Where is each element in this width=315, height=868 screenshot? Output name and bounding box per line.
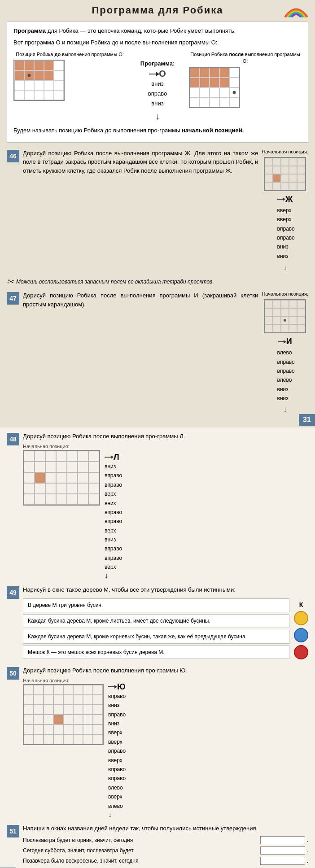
gc xyxy=(297,182,305,190)
gc xyxy=(289,324,297,332)
ex48-grid-row: Начальная позиция: xyxy=(23,444,308,580)
bgc xyxy=(73,705,83,715)
grid-cell xyxy=(14,61,24,70)
gc xyxy=(281,324,289,332)
exercise-50-text: Дорисуй позицию Робика после выполнения … xyxy=(23,666,308,675)
exercise-47-number: 47 xyxy=(7,292,19,305)
grid-cell xyxy=(54,70,64,80)
bgc xyxy=(93,734,103,744)
bgc xyxy=(93,705,103,715)
bgc xyxy=(78,462,88,472)
page-1: Программа для Робика Программа для Робик… xyxy=(0,0,315,426)
statement-4: Мешок К — это мешок всех корневых бусин … xyxy=(23,646,289,659)
grid-cell xyxy=(14,90,24,100)
bgc xyxy=(45,494,56,505)
bgc xyxy=(24,494,35,505)
exercise-47-text: Дорисуй позицию Робика после вы-полнения… xyxy=(23,291,258,309)
bgc xyxy=(63,715,73,724)
grid-cell xyxy=(54,61,64,70)
ex49-layout: В дереве М три уровня бусин. Каждая буси… xyxy=(23,597,308,661)
gc xyxy=(265,300,273,308)
fill-input-3[interactable] xyxy=(260,857,305,865)
after-label: Позиция Робика после выполнения программ… xyxy=(189,51,302,65)
gc xyxy=(281,182,289,190)
beads-col: К xyxy=(294,597,308,661)
gc xyxy=(265,324,273,332)
positions-row: Позиция Робика до выполнения программы О… xyxy=(13,51,302,122)
exercise-46-number: 46 xyxy=(7,150,19,162)
page-title: Программа для Робика xyxy=(7,4,308,16)
bgc xyxy=(93,695,103,705)
hint-text: Можешь воспользоваться запасным полем со… xyxy=(16,279,214,285)
bgc xyxy=(56,462,67,472)
bgc xyxy=(73,695,83,705)
bgc xyxy=(56,494,67,505)
bgc xyxy=(56,483,67,494)
prog-name-48: Л xyxy=(114,453,119,462)
exercise-50-number: 50 xyxy=(7,667,19,680)
exercise-46-section: 46 Дорисуй позицию Робика после вы-полне… xyxy=(7,149,308,271)
bgc xyxy=(34,685,44,695)
bgc xyxy=(73,724,83,734)
grid-cell xyxy=(219,78,229,87)
gc xyxy=(289,300,297,308)
bgc xyxy=(24,715,34,724)
bgc xyxy=(67,483,78,494)
grid-cell xyxy=(190,87,200,97)
grid-cell xyxy=(190,97,200,107)
prog-name-46: Ж xyxy=(285,195,293,204)
exercise-48-text: Дорисуй позицию Робика после выполнения … xyxy=(23,432,308,441)
gc-robot xyxy=(281,316,289,324)
prog-47-header: И xyxy=(278,337,292,346)
gc xyxy=(273,308,281,316)
gc xyxy=(281,300,289,308)
grid-cell xyxy=(54,90,64,100)
prog-name-50: Ю xyxy=(117,682,126,692)
k-label: К xyxy=(299,601,303,608)
exercise-46-row: 46 Дорисуй позицию Робика после вы-полне… xyxy=(7,149,308,271)
gc xyxy=(297,158,305,166)
grid-cell xyxy=(210,68,219,78)
gc xyxy=(297,308,305,316)
fill-row-1: Послезавтра будет вторник, значит, сегод… xyxy=(23,836,308,844)
start-block-48: Начальная позиция: xyxy=(23,444,100,506)
bead-red xyxy=(294,645,308,659)
exercise-49-content: Нарисуй в окне такое дерево М, чтобы все… xyxy=(23,585,308,661)
bgc xyxy=(63,685,73,695)
arrow-down-47: ↓ xyxy=(283,406,287,414)
statement-1: В дереве М три уровня бусин. xyxy=(23,598,289,612)
grid-cell xyxy=(34,90,44,100)
fill-dot-1: . xyxy=(307,837,308,843)
grid-cell xyxy=(24,61,34,70)
bgc xyxy=(34,715,44,724)
exercise-47-section: 47 Дорисуй позицию Робика после вы-полне… xyxy=(7,291,308,414)
gc xyxy=(273,324,281,332)
bgc xyxy=(93,724,103,734)
grid-cell xyxy=(219,97,229,107)
bgc xyxy=(24,451,35,462)
bgc xyxy=(73,715,83,724)
bgc xyxy=(45,462,56,472)
bgc xyxy=(93,685,103,695)
grid-cell-robot-after xyxy=(229,87,239,97)
bgc xyxy=(53,695,63,705)
statements-col: В дереве М три уровня бусин. Каждая буси… xyxy=(23,597,289,661)
start-label-50: Начальная позиция: xyxy=(23,678,70,683)
bgc xyxy=(67,472,78,483)
grid-cell xyxy=(190,78,200,87)
fill-input-2[interactable] xyxy=(260,846,305,855)
prog-commands-O: внизвправовниз xyxy=(148,79,167,109)
after-position-col: Позиция Робика после выполнения программ… xyxy=(189,51,302,108)
bgc xyxy=(35,494,45,505)
gc xyxy=(265,158,273,166)
exercise-50-row: 50 Дорисуй позицию Робика после выполнен… xyxy=(7,666,308,819)
bgc xyxy=(63,734,73,744)
grid-cell xyxy=(200,97,210,107)
gc xyxy=(281,308,289,316)
program-label: Программа: xyxy=(140,60,175,67)
prog-commands-47: влевовправовправовлевовнизвниз xyxy=(277,348,295,403)
statement-3: Каждая бусина дерева М, кроме корневых б… xyxy=(23,630,289,644)
exercise-51-number: 51 xyxy=(7,825,19,837)
fill-input-1[interactable] xyxy=(260,836,305,844)
bgc xyxy=(24,705,34,715)
